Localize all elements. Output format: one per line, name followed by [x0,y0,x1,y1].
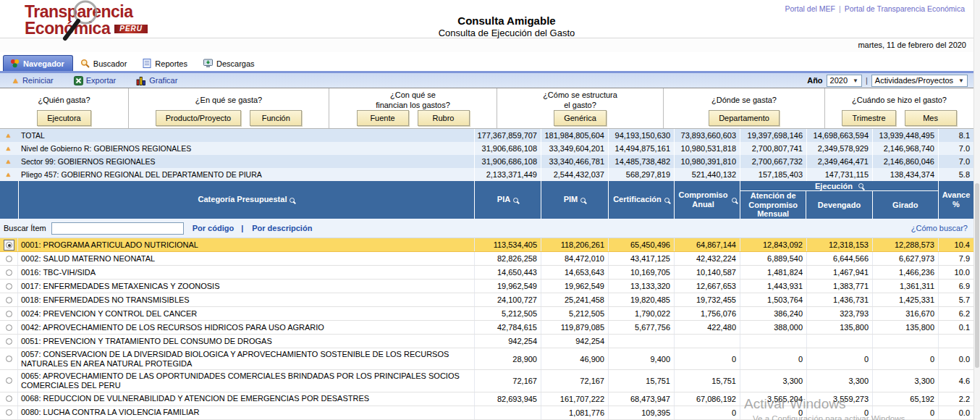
exportar-button[interactable]: Exportar [74,76,117,85]
header-compromiso-anual: Compromiso Anual [674,181,740,219]
how-to-search-link[interactable]: ¿Cómo buscar? [911,224,968,232]
tab-buscador[interactable]: Buscador [73,55,135,71]
summary-row[interactable]: ▲ Sector 99: GOBIERNOS REGIONALES 31,906… [0,155,973,168]
row-category: 0051: PREVENCION Y TRATAMIENTO DEL CONSU… [18,335,474,348]
table-row[interactable]: 0018: ENFERMEDADES NO TRANSMISIBLES 24,1… [0,293,973,307]
search-separator: | [241,224,243,232]
scope-value: Actividades/Proyectos [875,76,953,85]
search-input[interactable] [51,222,184,235]
year-select[interactable]: 2020 ▼ [827,75,862,87]
collapse-triangle-icon[interactable]: ▲ [5,132,12,139]
row-radio[interactable] [6,377,12,384]
ejecutora-button[interactable]: Ejecutora [37,110,90,126]
summary-row[interactable]: ▲ TOTAL 177,367,859,707 181,984,805,604 … [0,129,973,142]
row-certificacion: 68,473,947 [608,392,674,406]
summary-row[interactable]: ▲ Nivel de Gobierno R: GOBIERNOS REGIONA… [0,142,973,155]
row-radio[interactable] [6,409,12,416]
mes-button[interactable]: Mes [905,110,957,126]
search-by-desc-link[interactable]: Por descripción [252,224,312,232]
row-radio[interactable] [6,356,12,362]
summary-label: Pliego 457: GOBIERNO REGIONAL DEL DEPART… [18,170,474,179]
scrollbar-thumb[interactable] [975,183,979,368]
collapse-triangle-icon[interactable]: ▲ [5,158,12,165]
table-row[interactable]: 0065: APROVECHAMIENTO DE LAS OPORTUNIDAD… [0,370,973,392]
summary-girado: 2,146,860,046 [872,155,938,168]
row-radio[interactable] [6,311,12,317]
table-row[interactable]: 0051: PREVENCION Y TRATAMIENTO DEL CONSU… [0,335,973,348]
row-pia: 24,100,727 [474,293,541,306]
table-row[interactable]: 0017: ENFERMEDADES METAXENICAS Y ZOONOSI… [0,280,973,293]
row-pim: 942,254 [541,335,608,348]
row-girado: 65,192 [872,392,938,406]
tab-reportes[interactable]: Reportes [135,55,196,71]
collapse-triangle-icon[interactable]: ▲ [5,145,12,152]
summary-avance: 8.1 [938,129,973,142]
row-pim: 1,081,776 [541,406,608,419]
vertical-scrollbar[interactable] [973,0,980,420]
table-row[interactable]: 0024: PREVENCION Y CONTROL DEL CANCER 5,… [0,307,973,321]
row-radio[interactable] [6,297,12,303]
row-category: 0016: TBC-VIH/SIDA [18,266,474,279]
trimestre-button[interactable]: Trimestre [842,110,895,126]
table-row[interactable]: 0042: APROVECHAMIENTO DE LOS RECURSOS HI… [0,321,973,335]
row-girado: 1,425,331 [872,293,938,306]
row-compromiso: 67,086,192 [674,392,740,406]
row-radio[interactable] [6,256,12,262]
tab-label: Descargas [216,59,255,68]
fuente-button[interactable]: Fuente [357,110,409,126]
row-radio[interactable] [6,338,12,345]
categoria-sort-icon[interactable] [290,198,295,203]
filter-financian: ¿Con qué se financian los gastos? Fuente… [329,88,497,128]
filter-question: ¿Dónde se gasta? [664,91,824,110]
departamento-button[interactable]: Departamento [709,110,780,126]
graficar-button[interactable]: Graficar [136,76,177,85]
row-pim: 46,900 [541,348,608,369]
table-row[interactable]: 0016: TBC-VIH/SIDA 14,650,443 14,653,643… [0,266,973,280]
logo-line2: Económica [25,20,110,37]
filter-donde: ¿Dónde se gasta? Departamento [664,88,825,128]
row-compromiso: 0 [674,348,740,369]
summary-pim: 33,340,466,781 [541,155,608,168]
table-row[interactable]: 0068: REDUCCION DE VULNERABILIDAD Y ATEN… [0,392,973,406]
row-radio[interactable] [6,395,12,402]
compromiso-sort-icon[interactable] [732,198,737,203]
row-radio[interactable] [6,324,12,331]
collapse-triangle-icon[interactable]: ▲ [5,171,12,178]
row-category: 0068: REDUCCION DE VULNERABILIDAD Y ATEN… [18,392,474,406]
producto-proyecto-button[interactable]: Producto/Proyecto [156,110,242,126]
row-devengado: 1,436,731 [806,293,872,306]
summary-certificacion: 14,494,875,161 [608,142,674,155]
generica-button[interactable]: Genérica [554,110,607,126]
row-radio[interactable] [6,242,12,248]
pia-sort-icon[interactable] [513,198,518,203]
row-radio[interactable] [6,269,12,276]
table-row[interactable]: 0001: PROGRAMA ARTICULADO NUTRICIONAL 11… [0,238,973,252]
certificacion-sort-icon[interactable] [664,198,669,203]
ejecucion-sort-icon[interactable] [858,183,863,188]
summary-row[interactable]: ▲ Pliego 457: GOBIERNO REGIONAL DEL DEPA… [0,168,973,181]
table-row[interactable]: 0080: LUCHA CONTRA LA VIOLENCIA FAMILIAR… [0,406,973,420]
table-row[interactable]: 0002: SALUD MATERNO NEONATAL 82,826,258 … [0,252,973,266]
row-devengado: 135,800 [806,321,872,334]
rubro-button[interactable]: Rubro [418,110,470,126]
tab-descargas[interactable]: Descargas [196,55,263,71]
chart-icon [136,76,146,85]
row-girado: 12,288,573 [872,238,938,251]
link-portal-mef[interactable]: Portal del MEF [785,4,835,13]
tab-navegador[interactable]: Navegador [3,55,73,71]
row-certificacion: 109,395 [608,406,674,419]
row-pim: 19,962,549 [541,280,608,293]
chevron-down-icon: ▼ [958,77,964,84]
row-pia: 28,900 [474,348,541,369]
header-atencion: Atención de Compromiso Mensual [740,191,806,219]
row-radio[interactable] [6,283,12,290]
search-by-code-link[interactable]: Por código [193,224,234,232]
row-certificacion: 43,417,125 [608,252,674,265]
reiniciar-button[interactable]: ▲ Reiniciar [12,76,54,85]
link-portal-transparencia[interactable]: Portal de Transparencia Económica [845,4,965,13]
row-certificacion: 9,400 [608,348,674,369]
table-row[interactable]: 0057: CONSERVACION DE LA DIVERSIDAD BIOL… [0,348,973,370]
scope-select[interactable]: Actividades/Proyectos ▼ [871,75,968,87]
funcion-button[interactable]: Función [250,110,302,126]
pim-sort-icon[interactable] [580,198,586,203]
